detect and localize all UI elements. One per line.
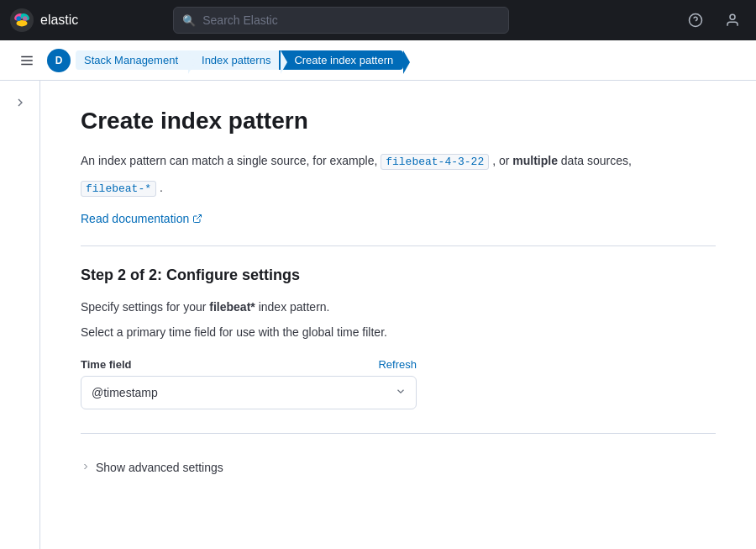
user-menu-icon-button[interactable] <box>719 7 746 34</box>
time-field-select[interactable]: @timestamp No time field <box>81 376 417 409</box>
advanced-settings-label: Show advanced settings <box>96 461 223 474</box>
nav-icons <box>682 7 746 34</box>
refresh-link[interactable]: Refresh <box>378 358 417 371</box>
external-link-icon <box>192 214 202 224</box>
svg-line-12 <box>197 214 202 219</box>
time-field-row: Time field Refresh <box>81 358 417 371</box>
step-description-1: Specify settings for your filebeat* inde… <box>81 298 716 316</box>
user-avatar[interactable]: D <box>47 49 71 72</box>
time-field-label: Time field <box>81 358 131 371</box>
desc-text-2: , or <box>492 154 509 167</box>
breadcrumb-create-index-pattern[interactable]: Create index pattern <box>279 50 403 70</box>
doc-link-text: Read documentation <box>81 212 189 225</box>
description-paragraph: An index pattern can match a single sour… <box>81 151 716 172</box>
breadcrumb-index-patterns[interactable]: Index patterns <box>186 50 281 70</box>
elastic-logo-icon <box>10 8 34 32</box>
step-title: Step 2 of 2: Configure settings <box>81 267 716 284</box>
sidebar <box>0 81 40 549</box>
description-paragraph-2: filebeat-* . <box>81 178 716 198</box>
step-desc-bold: filebeat* <box>209 300 255 314</box>
svg-point-4 <box>16 16 21 21</box>
breadcrumb-stack-management[interactable]: Stack Management <box>76 50 188 70</box>
advanced-settings-section: Show advanced settings <box>81 454 716 481</box>
step-desc-text-2: index pattern. <box>259 300 330 314</box>
desc-text-1: An index pattern can match a single sour… <box>81 154 377 167</box>
step-desc-text-1: Specify settings for your <box>81 300 206 314</box>
code-example-1: filebeat-4-3-22 <box>381 154 489 170</box>
svg-point-3 <box>16 20 27 26</box>
hamburger-icon <box>19 53 34 68</box>
bold-multiple: multiple <box>512 154 558 167</box>
page-title: Create index pattern <box>81 108 716 135</box>
search-input[interactable] <box>202 13 500 27</box>
step-description-2: Select a primary time field for use with… <box>81 323 716 341</box>
svg-point-8 <box>730 14 735 19</box>
time-field-select-wrapper: @timestamp No time field <box>81 376 417 409</box>
support-icon <box>688 13 703 28</box>
code-example-2: filebeat-* <box>81 181 156 197</box>
logo-area[interactable]: elastic <box>10 8 78 32</box>
sidebar-collapse-button[interactable] <box>8 91 32 117</box>
chevron-right-icon <box>81 462 91 474</box>
desc-text-3: data sources, <box>561 154 632 167</box>
search-bar[interactable]: 🔍 <box>173 7 509 34</box>
menu-toggle-button[interactable] <box>13 47 40 74</box>
svg-point-5 <box>23 16 28 21</box>
collapse-icon <box>13 96 27 109</box>
breadcrumb-bar: D Stack Management Index patterns Create… <box>0 40 756 81</box>
read-documentation-link[interactable]: Read documentation <box>81 212 202 225</box>
breadcrumb: Stack Management Index patterns Create i… <box>77 50 403 70</box>
advanced-settings-toggle[interactable]: Show advanced settings <box>81 454 716 481</box>
logo-text: elastic <box>40 13 78 28</box>
support-icon-button[interactable] <box>682 7 709 34</box>
desc-text-4: . <box>160 181 163 194</box>
divider-1 <box>81 245 716 246</box>
top-navigation: elastic 🔍 <box>0 0 756 40</box>
main-content: Create index pattern An index pattern ca… <box>40 81 756 549</box>
divider-2 <box>81 433 716 434</box>
app-layout: Create index pattern An index pattern ca… <box>0 81 756 549</box>
search-icon: 🔍 <box>182 14 196 27</box>
user-menu-icon <box>725 13 740 28</box>
